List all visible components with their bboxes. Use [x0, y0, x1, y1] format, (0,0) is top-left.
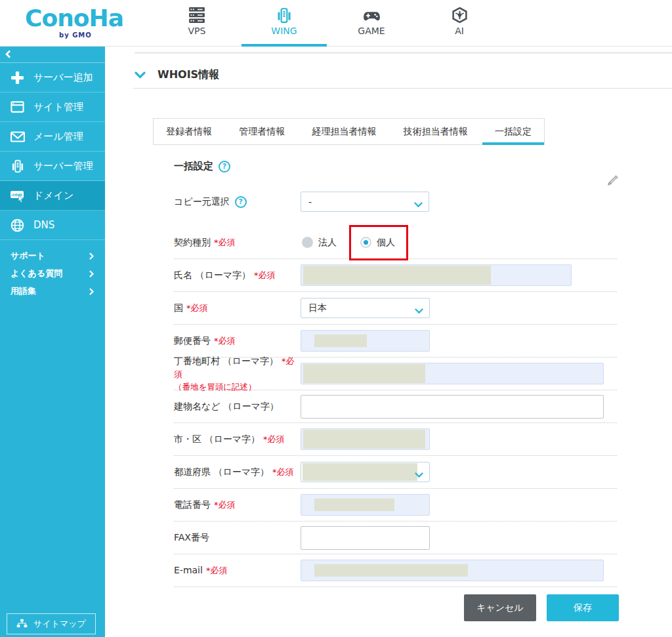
server-tower-icon — [9, 159, 26, 173]
copy-source-label: コピー元選択 ? — [174, 196, 301, 208]
help-icon[interactable]: ? — [219, 161, 230, 173]
sidebar-link-label: 用語集 — [10, 285, 36, 297]
edit-pencil-icon[interactable] — [605, 173, 621, 191]
tab-bulk-settings[interactable]: 一括設定 — [482, 119, 544, 144]
field-label: 国*必須 — [174, 301, 301, 315]
field-label: E-mail*必須 — [174, 564, 301, 577]
contract-type-label: 契約種別*必須 — [174, 236, 301, 249]
subsection-header: 一括設定 ? — [174, 160, 230, 173]
section-title: WHOIS情報 — [158, 68, 219, 82]
sidebar-link-glossary[interactable]: 用語集 — [0, 282, 105, 300]
mail-icon — [9, 131, 26, 142]
contact-tabs: 登録者情報 管理者情報 経理担当者情報 技術担当者情報 一括設定 — [153, 118, 545, 145]
chevron-down-icon — [415, 306, 423, 316]
chevron-right-icon — [89, 252, 94, 262]
wing-icon — [256, 4, 312, 24]
country-value: 日本 — [308, 302, 327, 314]
masked-value-fill — [314, 564, 468, 577]
phone-input[interactable] — [301, 494, 430, 516]
sidebar-item-label: サーバー追加 — [33, 72, 93, 84]
field-label: 建物名など （ローマ字） — [174, 400, 301, 413]
city-input[interactable] — [301, 428, 430, 450]
email-input[interactable] — [301, 560, 604, 581]
chevron-down-icon — [415, 470, 423, 480]
tab-ai[interactable]: AI — [431, 4, 488, 36]
masked-value-fill — [303, 364, 425, 383]
gamepad-icon — [343, 4, 400, 24]
copy-source-select[interactable]: - — [301, 192, 429, 212]
tab-registrant-info[interactable]: 登録者情報 — [154, 119, 224, 144]
sidebar-item-label: サーバー管理 — [33, 160, 93, 173]
tab-game[interactable]: GAME — [343, 4, 400, 36]
sitemap-icon — [16, 618, 28, 630]
sitemap-label: サイトマップ — [33, 618, 86, 630]
prefecture-select[interactable] — [301, 462, 430, 482]
sidebar-link-faq[interactable]: よくある質問 — [0, 264, 105, 282]
form-row-prefecture: 都道府県 （ローマ字）*必須 — [174, 456, 617, 489]
chevron-right-icon — [89, 270, 94, 279]
conoha-control-panel: ConoHa by GMO VPS WING GAME AI — [0, 0, 672, 637]
ai-icon — [431, 4, 488, 24]
sidebar-link-label: よくある質問 — [10, 268, 62, 279]
chevron-down-icon[interactable] — [135, 72, 146, 79]
sidebar-item-label: DNS — [33, 219, 54, 231]
radio-individual[interactable] — [360, 237, 371, 248]
sidebar-item-dns[interactable]: DNS — [0, 211, 105, 240]
sidebar-item-mail-management[interactable]: メール管理 — [0, 122, 105, 152]
tab-game-label: GAME — [343, 26, 400, 36]
sidebar-item-add-server[interactable]: サーバー追加 — [0, 63, 105, 92]
form-row-country: 国*必須 日本 — [174, 292, 617, 325]
help-icon[interactable]: ? — [235, 196, 247, 208]
section-divider — [133, 88, 672, 89]
copy-source-value: - — [308, 197, 312, 207]
form-row-email: E-mail*必須 — [174, 554, 617, 587]
server-icon — [169, 4, 225, 24]
subsection-title: 一括設定 — [174, 160, 213, 173]
sidebar-item-server-management[interactable]: サーバー管理 — [0, 152, 105, 181]
cancel-button[interactable]: キャンセル — [464, 594, 536, 621]
conoha-logo[interactable]: ConoHa by GMO — [25, 5, 123, 42]
logo-text: ConoHa — [25, 5, 123, 31]
sidebar-link-support[interactable]: サポート — [0, 247, 105, 264]
sitemap-button[interactable]: サイトマップ — [7, 613, 96, 634]
masked-value-fill — [314, 499, 394, 511]
active-tab-indicator — [242, 44, 327, 47]
field-label: 電話番号*必須 — [174, 498, 301, 512]
building-name-input[interactable] — [301, 395, 604, 419]
whois-form: 氏名 （ローマ字）*必須 国*必須 日本 — [174, 259, 617, 587]
tab-tech-contact-info[interactable]: 技術担当者情報 — [391, 119, 480, 144]
field-label: FAX番号 — [174, 531, 301, 545]
sidebar-item-domain[interactable]: .com ドメイン — [0, 181, 105, 211]
tab-wing[interactable]: WING — [256, 4, 312, 36]
sidebar-item-site-management[interactable]: サイト管理 — [0, 92, 105, 122]
tab-vps[interactable]: VPS — [169, 4, 225, 36]
form-row-phone: 電話番号*必須 — [174, 489, 617, 522]
tab-admin-info[interactable]: 管理者情報 — [226, 119, 297, 144]
fax-input[interactable] — [301, 526, 430, 550]
postal-code-input[interactable] — [301, 330, 430, 352]
masked-value-fill — [303, 430, 425, 449]
radio-individual-label: 個人 — [377, 237, 395, 249]
tab-billing-contact-info[interactable]: 経理担当者情報 — [300, 119, 389, 144]
form-row-street: 丁番地町村 （ローマ字）*必須 （番地を冒頭に記述） — [174, 358, 617, 390]
field-label: 都道府県 （ローマ字）*必須 — [174, 465, 301, 479]
tab-vps-label: VPS — [169, 26, 225, 36]
sidebar-collapse-button[interactable] — [0, 47, 105, 63]
whois-section-header: WHOIS情報 — [135, 68, 219, 82]
form-row-postal-code: 郵便番号*必須 — [174, 325, 617, 358]
masked-value-fill — [303, 266, 491, 285]
domain-dotcom-icon: .com — [9, 188, 26, 203]
sidebar-item-label: ドメイン — [33, 190, 74, 202]
radio-corporate-label: 法人 — [318, 237, 337, 249]
field-label: 氏名 （ローマ字）*必須 — [174, 268, 301, 282]
name-romaji-input[interactable] — [301, 264, 572, 286]
contract-type-options: 法人 個人 — [301, 226, 395, 258]
country-select[interactable]: 日本 — [301, 298, 430, 318]
save-button[interactable]: 保存 — [547, 594, 619, 621]
globe-icon — [9, 218, 26, 232]
masked-value-fill — [303, 463, 417, 481]
street-input[interactable] — [301, 363, 604, 384]
form-actions: キャンセル 保存 — [464, 594, 619, 621]
radio-corporate[interactable] — [302, 237, 313, 248]
field-label: 市・区 （ローマ字）*必須 — [174, 432, 301, 446]
